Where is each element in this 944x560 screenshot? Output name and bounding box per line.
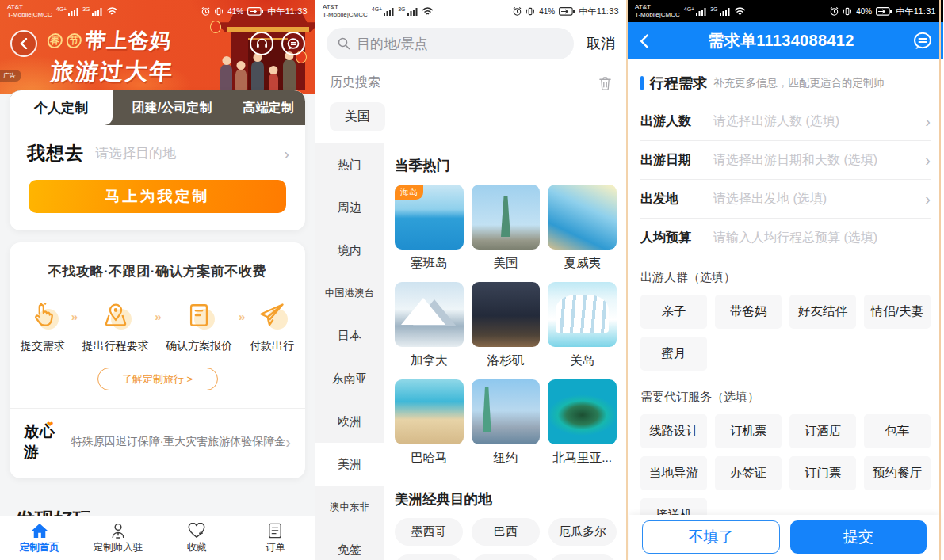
message-button[interactable] xyxy=(281,32,305,55)
screen-demand-form: AT&TT-Mobile|CMCC 4G+ 3G 40% 中午11:31 需求单… xyxy=(626,0,943,560)
battery-percent: 40% xyxy=(856,7,872,16)
field-departure-city[interactable]: 出发地 请选择出发地 (选填) › xyxy=(640,180,931,219)
service-promise-card: 不找攻略·不跟团·确认方案前不收费 提交需求 » 提出行程要求 » 确认方案报价… xyxy=(10,242,305,478)
category-domestic[interactable]: 境内 xyxy=(315,229,384,272)
destination-picker[interactable]: 我想去 请选择目的地 › xyxy=(10,125,305,170)
guarantee-row[interactable]: 放心游❤ 特殊原因退订保障·重大灾害旅游体验保障金 › xyxy=(10,409,305,478)
category-japan[interactable]: 日本 xyxy=(315,314,384,357)
chip-toronto[interactable]: 多伦多 xyxy=(472,554,540,560)
chip-cuba[interactable]: 古巴 xyxy=(395,554,463,560)
chip-visa-service[interactable]: 办签证 xyxy=(715,456,782,490)
seasonal-hot-title: 当季热门 xyxy=(395,156,617,175)
chip-brazil[interactable]: 巴西 xyxy=(472,518,540,546)
chip-flight-booking[interactable]: 订机票 xyxy=(715,414,782,448)
section-accent-bar xyxy=(640,76,644,90)
skip-button[interactable]: 不填了 xyxy=(642,520,780,554)
category-southeast-asia[interactable]: 东南亚 xyxy=(315,357,384,400)
tab-premium-custom[interactable]: 高端定制 xyxy=(231,90,305,125)
tab-favorites[interactable]: 收藏 xyxy=(158,516,236,560)
destination-card-hawaii[interactable]: 夏威夷 xyxy=(548,185,617,282)
destination-card-northern-mariana[interactable]: 北马里亚... xyxy=(548,379,617,477)
chip-couple[interactable]: 情侣/夫妻 xyxy=(864,295,931,329)
category-nearby[interactable]: 周边 xyxy=(315,186,384,229)
customize-now-button[interactable]: 马上为我定制 xyxy=(29,180,286,213)
tab-designer-join[interactable]: 定制师入驻 xyxy=(78,516,157,560)
festival-badge: 春 xyxy=(47,33,63,48)
heart-icon: ❤ xyxy=(47,420,54,429)
banner-headline: 春 节 带上爸妈 旅游过大年 xyxy=(44,27,178,88)
tab-company-custom[interactable]: 团建/公司定制 xyxy=(113,90,231,125)
chip-san-francisco[interactable]: 旧金山 xyxy=(548,554,617,560)
field-budget-per-person[interactable]: 人均预算 请输入人均行程总预算 (选填) xyxy=(640,219,931,257)
destination-card-canada[interactable]: 加拿大 xyxy=(395,282,464,379)
chip-with-parents[interactable]: 带爸妈 xyxy=(715,295,782,329)
carrier-label: AT&TT-Mobile|CMCC xyxy=(323,3,368,19)
search-icon xyxy=(338,37,350,50)
chip-with-friends[interactable]: 好友结伴 xyxy=(789,295,856,329)
category-aus-mideast-africa[interactable]: 澳中东非 xyxy=(315,486,384,528)
destination-card-guam[interactable]: 关岛 xyxy=(548,282,617,379)
learn-custom-travel-button[interactable]: 了解定制旅行 > xyxy=(97,368,218,390)
ad-label: 广告 xyxy=(0,70,21,82)
search-input[interactable]: 目的地/景点 xyxy=(327,28,574,59)
category-europe[interactable]: 欧洲 xyxy=(315,400,384,443)
family-figure xyxy=(235,69,247,91)
destination-card-bahamas[interactable]: 巴哈马 xyxy=(395,379,464,477)
field-travel-date[interactable]: 出游日期 请选择出游日期和天数 (选填) › xyxy=(640,141,931,180)
status-bar: AT&TT-Mobile|CMCC 4G+ 3G 40% 中午11:31 xyxy=(628,0,943,22)
submit-button[interactable]: 提交 xyxy=(790,520,927,554)
battery-charging-icon xyxy=(247,7,263,16)
headset-icon xyxy=(256,38,268,49)
traveler-group-chips: 亲子 带爸妈 好友结伴 情侣/夫妻 蜜月 xyxy=(640,295,931,371)
tab-personal-custom[interactable]: 个人定制 xyxy=(10,90,113,125)
chip-ticket-booking[interactable]: 订门票 xyxy=(789,456,856,490)
battery-percent: 41% xyxy=(539,7,555,16)
chip-route-design[interactable]: 线路设计 xyxy=(640,414,707,448)
tab-custom-home[interactable]: 定制首页 xyxy=(0,516,78,560)
chip-honeymoon[interactable]: 蜜月 xyxy=(640,337,707,371)
chip-parent-child[interactable]: 亲子 xyxy=(640,295,707,329)
chip-ecuador[interactable]: 厄瓜多尔 xyxy=(548,518,617,546)
category-hot[interactable]: 热门 xyxy=(315,143,384,186)
network-type-label: 4G+ xyxy=(372,6,382,12)
booking-services-title: 需要代订服务（选填） xyxy=(640,390,931,405)
chevron-right-icon: › xyxy=(285,434,291,450)
destination-card-usa[interactable]: 美国 xyxy=(472,185,541,282)
trash-icon[interactable] xyxy=(598,76,612,90)
chip-local-guide[interactable]: 当地导游 xyxy=(640,456,707,490)
process-steps: 提交需求 » 提出行程要求 » 确认方案报价 » 付款出行 xyxy=(10,298,305,353)
chip-car-charter[interactable]: 包车 xyxy=(864,414,931,448)
back-button[interactable] xyxy=(639,34,649,48)
chapel-shape xyxy=(556,295,609,333)
category-sidebar: 热门 周边 境内 中国港澳台 日本 东南亚 欧洲 美洲 澳中东非 免签 xyxy=(315,143,384,560)
screen-destination-search: AT&TT-Mobile|CMCC 4G+ 3G 41% 中午11:33 目的地… xyxy=(315,0,626,560)
category-americas[interactable]: 美洲 xyxy=(315,443,384,486)
field-traveler-count[interactable]: 出游人数 请选择出游人数 (选填) › xyxy=(640,102,931,141)
clock-time: 中午11:33 xyxy=(579,6,619,17)
screen-custom-home: AT&TT-Mobile|CMCC 4G+ 3G 41% 中午11:33 xyxy=(0,0,315,560)
category-visa-free[interactable]: 免签 xyxy=(315,528,384,560)
chip-mexico[interactable]: 墨西哥 xyxy=(395,518,463,546)
message-button[interactable] xyxy=(913,32,932,50)
destination-card-los-angeles[interactable]: 洛杉矶 xyxy=(472,282,541,379)
destination-card-new-york[interactable]: 纽约 xyxy=(472,379,541,477)
wifi-icon xyxy=(734,7,746,16)
step-pay-and-go: 付款出行 xyxy=(250,298,294,353)
destination-card-saipan[interactable]: 海岛 塞班岛 xyxy=(395,185,464,282)
family-figure xyxy=(220,64,232,91)
step-confirm-quote: 确认方案报价 xyxy=(166,298,232,353)
back-button[interactable] xyxy=(10,30,37,57)
statue-of-liberty-shape xyxy=(501,196,510,237)
chip-hotel-booking[interactable]: 订酒店 xyxy=(789,414,856,448)
history-chip-usa[interactable]: 美国 xyxy=(330,102,385,131)
step-arrow-icon: » xyxy=(155,310,159,323)
signal-bars-icon xyxy=(92,7,102,16)
step-trip-requirements: 提出行程要求 xyxy=(82,298,149,353)
category-hk-macau-taiwan[interactable]: 中国港澳台 xyxy=(315,272,384,314)
cancel-button[interactable]: 取消 xyxy=(587,34,615,53)
nav-header: 需求单11134088412 xyxy=(628,22,943,59)
destination-placeholder: 请选择目的地 xyxy=(95,144,284,162)
chip-restaurant-reservation[interactable]: 预约餐厅 xyxy=(864,456,931,490)
customer-service-button[interactable] xyxy=(250,32,273,55)
tab-orders[interactable]: 订单 xyxy=(236,516,315,560)
